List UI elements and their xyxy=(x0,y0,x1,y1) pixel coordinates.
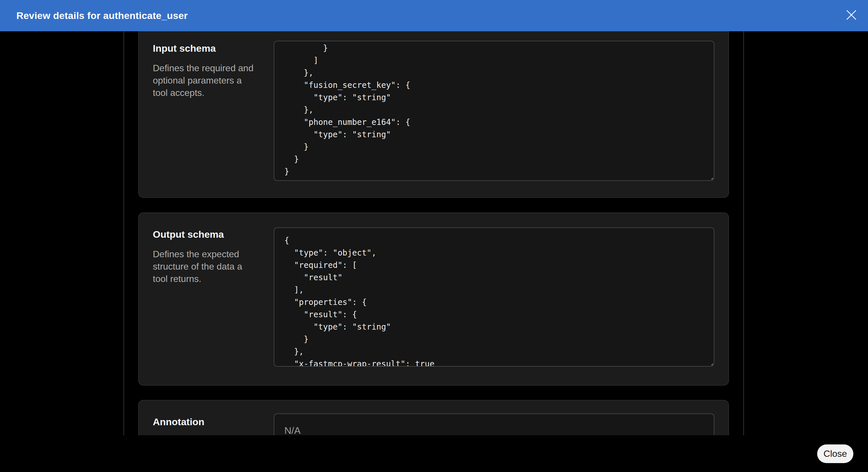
modal-title: Review details for authenticate_user xyxy=(17,10,188,21)
annotation-card-left: Annotation Additional properties describ… xyxy=(153,416,256,435)
close-button[interactable]: Close xyxy=(817,444,854,463)
annotation-title: Annotation xyxy=(153,416,256,428)
output-schema-code: { "type": "object", "required": [ "resul… xyxy=(274,228,714,367)
output-schema-title: Output schema xyxy=(153,229,256,240)
output-schema-card-left: Output schema Defines the expected struc… xyxy=(153,229,256,285)
input-schema-description: Defines the required and optional parame… xyxy=(153,62,256,99)
close-icon-button[interactable] xyxy=(845,9,858,21)
close-icon xyxy=(846,9,857,21)
modal-body-scroll-area[interactable]: Input schema Defines the required and op… xyxy=(124,31,744,435)
input-schema-card: Input schema Defines the required and op… xyxy=(138,31,729,198)
input-schema-title: Input schema xyxy=(153,43,256,54)
output-schema-textarea[interactable]: { "type": "object", "required": [ "resul… xyxy=(274,227,714,367)
input-schema-card-left: Input schema Defines the required and op… xyxy=(153,43,256,99)
input-schema-textarea[interactable]: } ] }, "fusion_secret_key": { "type": "s… xyxy=(274,41,714,181)
annotation-card: Annotation Additional properties describ… xyxy=(138,400,729,435)
annotation-value-box[interactable]: N/A xyxy=(274,413,714,435)
output-schema-description: Defines the expected structure of the da… xyxy=(153,248,256,285)
annotation-value: N/A xyxy=(274,414,714,435)
output-schema-card: Output schema Defines the expected struc… xyxy=(138,213,729,385)
modal-header: Review details for authenticate_user xyxy=(0,0,868,31)
input-schema-code: } ] }, "fusion_secret_key": { "type": "s… xyxy=(274,41,714,178)
